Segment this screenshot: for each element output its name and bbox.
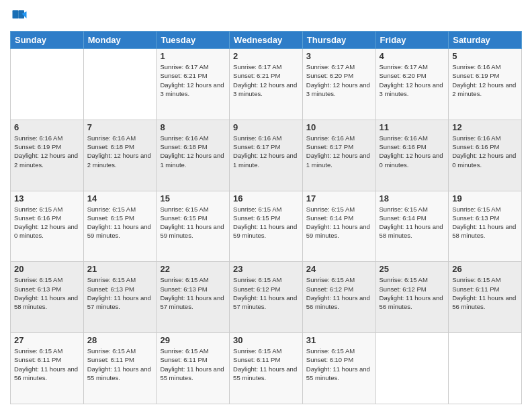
- weekday-header-row: SundayMondayTuesdayWednesdayThursdayFrid…: [11, 32, 522, 49]
- weekday-header-monday: Monday: [83, 32, 157, 49]
- day-cell: 31Sunrise: 6:15 AM Sunset: 6:10 PM Dayli…: [302, 333, 375, 404]
- day-number: 18: [380, 193, 445, 203]
- day-info: Sunrise: 6:15 AM Sunset: 6:11 PM Dayligh…: [160, 347, 226, 382]
- day-info: Sunrise: 6:17 AM Sunset: 6:20 PM Dayligh…: [306, 62, 372, 98]
- day-info: Sunrise: 6:16 AM Sunset: 6:16 PM Dayligh…: [380, 134, 445, 169]
- day-info: Sunrise: 6:16 AM Sunset: 6:16 PM Dayligh…: [452, 134, 518, 169]
- day-number: 28: [87, 335, 153, 345]
- week-row-2: 6Sunrise: 6:16 AM Sunset: 6:19 PM Daylig…: [11, 120, 522, 191]
- day-cell: 11Sunrise: 6:16 AM Sunset: 6:16 PM Dayli…: [375, 120, 449, 191]
- day-number: 1: [160, 51, 226, 61]
- day-cell: 19Sunrise: 6:15 AM Sunset: 6:13 PM Dayli…: [449, 191, 522, 262]
- day-cell: 20Sunrise: 6:15 AM Sunset: 6:13 PM Dayli…: [11, 262, 84, 333]
- day-info: Sunrise: 6:15 AM Sunset: 6:15 PM Dayligh…: [160, 205, 226, 240]
- day-cell: 9Sunrise: 6:16 AM Sunset: 6:17 PM Daylig…: [230, 120, 303, 191]
- week-row-5: 27Sunrise: 6:15 AM Sunset: 6:11 PM Dayli…: [11, 333, 522, 404]
- day-cell: 17Sunrise: 6:15 AM Sunset: 6:14 PM Dayli…: [302, 191, 375, 262]
- day-info: Sunrise: 6:15 AM Sunset: 6:13 PM Dayligh…: [87, 275, 153, 311]
- day-info: Sunrise: 6:15 AM Sunset: 6:15 PM Dayligh…: [87, 205, 153, 240]
- day-info: Sunrise: 6:15 AM Sunset: 6:14 PM Dayligh…: [306, 205, 372, 240]
- day-number: 4: [380, 51, 445, 61]
- day-cell: 3Sunrise: 6:17 AM Sunset: 6:20 PM Daylig…: [302, 49, 375, 120]
- header: [10, 7, 522, 26]
- day-number: 25: [380, 264, 445, 274]
- day-cell: 21Sunrise: 6:15 AM Sunset: 6:13 PM Dayli…: [83, 262, 157, 333]
- day-number: 2: [233, 51, 299, 61]
- logo: [10, 7, 32, 26]
- day-number: 16: [233, 193, 299, 203]
- day-cell: 13Sunrise: 6:15 AM Sunset: 6:16 PM Dayli…: [11, 191, 84, 262]
- day-info: Sunrise: 6:15 AM Sunset: 6:11 PM Dayligh…: [452, 275, 518, 311]
- day-info: Sunrise: 6:16 AM Sunset: 6:18 PM Dayligh…: [160, 134, 226, 169]
- day-number: 21: [87, 264, 153, 274]
- weekday-header-saturday: Saturday: [449, 32, 522, 49]
- day-cell: 2Sunrise: 6:17 AM Sunset: 6:21 PM Daylig…: [230, 49, 303, 120]
- day-cell: [375, 333, 449, 404]
- day-number: 3: [306, 51, 372, 61]
- day-info: Sunrise: 6:16 AM Sunset: 6:18 PM Dayligh…: [87, 134, 153, 169]
- day-info: Sunrise: 6:15 AM Sunset: 6:13 PM Dayligh…: [160, 275, 226, 311]
- day-info: Sunrise: 6:15 AM Sunset: 6:12 PM Dayligh…: [306, 275, 372, 311]
- day-info: Sunrise: 6:16 AM Sunset: 6:17 PM Dayligh…: [233, 134, 299, 169]
- day-number: 5: [452, 51, 518, 61]
- day-cell: 25Sunrise: 6:15 AM Sunset: 6:12 PM Dayli…: [375, 262, 449, 333]
- day-cell: 26Sunrise: 6:15 AM Sunset: 6:11 PM Dayli…: [449, 262, 522, 333]
- logo-icon: [10, 7, 29, 26]
- day-number: 15: [160, 193, 226, 203]
- day-number: 14: [87, 193, 153, 203]
- day-cell: 16Sunrise: 6:15 AM Sunset: 6:15 PM Dayli…: [230, 191, 303, 262]
- day-info: Sunrise: 6:15 AM Sunset: 6:14 PM Dayligh…: [380, 205, 445, 240]
- day-info: Sunrise: 6:16 AM Sunset: 6:17 PM Dayligh…: [306, 134, 372, 169]
- day-cell: 12Sunrise: 6:16 AM Sunset: 6:16 PM Dayli…: [449, 120, 522, 191]
- day-number: 20: [14, 264, 80, 274]
- day-info: Sunrise: 6:15 AM Sunset: 6:15 PM Dayligh…: [233, 205, 299, 240]
- day-cell: 22Sunrise: 6:15 AM Sunset: 6:13 PM Dayli…: [157, 262, 230, 333]
- calendar-table: SundayMondayTuesdayWednesdayThursdayFrid…: [10, 31, 522, 404]
- day-number: 19: [452, 193, 518, 203]
- day-cell: 7Sunrise: 6:16 AM Sunset: 6:18 PM Daylig…: [83, 120, 157, 191]
- weekday-header-friday: Friday: [375, 32, 449, 49]
- weekday-header-sunday: Sunday: [11, 32, 84, 49]
- day-number: 22: [160, 264, 226, 274]
- day-info: Sunrise: 6:17 AM Sunset: 6:20 PM Dayligh…: [380, 62, 445, 98]
- day-number: 10: [306, 122, 372, 132]
- week-row-1: 1Sunrise: 6:17 AM Sunset: 6:21 PM Daylig…: [11, 49, 522, 120]
- day-cell: 23Sunrise: 6:15 AM Sunset: 6:12 PM Dayli…: [230, 262, 303, 333]
- day-cell: 1Sunrise: 6:17 AM Sunset: 6:21 PM Daylig…: [157, 49, 230, 120]
- day-number: 9: [233, 122, 299, 132]
- day-cell: [449, 333, 522, 404]
- day-number: 23: [233, 264, 299, 274]
- day-info: Sunrise: 6:17 AM Sunset: 6:21 PM Dayligh…: [160, 62, 226, 98]
- day-cell: 29Sunrise: 6:15 AM Sunset: 6:11 PM Dayli…: [157, 333, 230, 404]
- day-cell: 14Sunrise: 6:15 AM Sunset: 6:15 PM Dayli…: [83, 191, 157, 262]
- day-cell: 5Sunrise: 6:16 AM Sunset: 6:19 PM Daylig…: [449, 49, 522, 120]
- day-info: Sunrise: 6:17 AM Sunset: 6:21 PM Dayligh…: [233, 62, 299, 98]
- day-number: 29: [160, 335, 226, 345]
- day-cell: 15Sunrise: 6:15 AM Sunset: 6:15 PM Dayli…: [157, 191, 230, 262]
- day-number: 30: [233, 335, 299, 345]
- day-info: Sunrise: 6:15 AM Sunset: 6:12 PM Dayligh…: [380, 275, 445, 311]
- day-cell: 4Sunrise: 6:17 AM Sunset: 6:20 PM Daylig…: [375, 49, 449, 120]
- day-cell: 28Sunrise: 6:15 AM Sunset: 6:11 PM Dayli…: [83, 333, 157, 404]
- weekday-header-thursday: Thursday: [302, 32, 375, 49]
- day-cell: 30Sunrise: 6:15 AM Sunset: 6:11 PM Dayli…: [230, 333, 303, 404]
- day-info: Sunrise: 6:15 AM Sunset: 6:16 PM Dayligh…: [14, 205, 80, 240]
- day-number: 27: [14, 335, 80, 345]
- day-cell: [11, 49, 84, 120]
- day-info: Sunrise: 6:15 AM Sunset: 6:13 PM Dayligh…: [452, 205, 518, 240]
- day-cell: [83, 49, 157, 120]
- day-cell: 24Sunrise: 6:15 AM Sunset: 6:12 PM Dayli…: [302, 262, 375, 333]
- day-cell: 27Sunrise: 6:15 AM Sunset: 6:11 PM Dayli…: [11, 333, 84, 404]
- day-cell: 18Sunrise: 6:15 AM Sunset: 6:14 PM Dayli…: [375, 191, 449, 262]
- day-number: 11: [380, 122, 445, 132]
- day-cell: 8Sunrise: 6:16 AM Sunset: 6:18 PM Daylig…: [157, 120, 230, 191]
- day-info: Sunrise: 6:15 AM Sunset: 6:12 PM Dayligh…: [233, 275, 299, 311]
- day-cell: 6Sunrise: 6:16 AM Sunset: 6:19 PM Daylig…: [11, 120, 84, 191]
- day-info: Sunrise: 6:15 AM Sunset: 6:11 PM Dayligh…: [87, 347, 153, 382]
- day-number: 8: [160, 122, 226, 132]
- day-number: 12: [452, 122, 518, 132]
- day-number: 13: [14, 193, 80, 203]
- day-number: 17: [306, 193, 372, 203]
- day-info: Sunrise: 6:15 AM Sunset: 6:10 PM Dayligh…: [306, 347, 372, 382]
- day-number: 31: [306, 335, 372, 345]
